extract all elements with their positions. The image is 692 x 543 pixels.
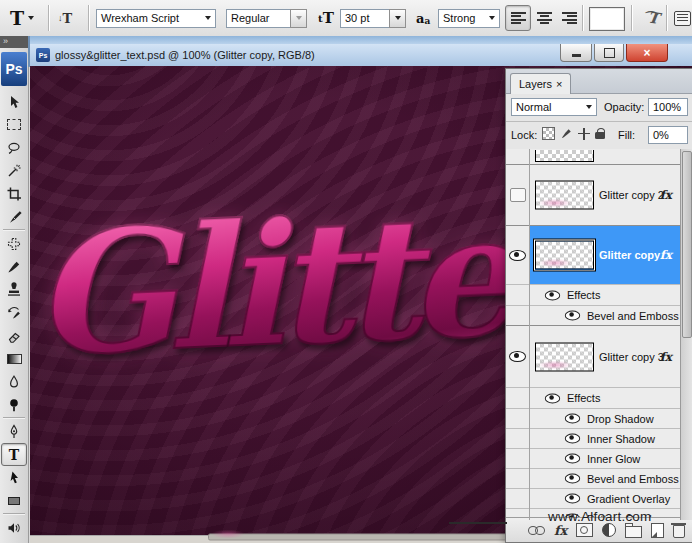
delete-layer-icon[interactable] bbox=[673, 525, 685, 538]
scrollbar-thumb[interactable] bbox=[682, 151, 692, 338]
effects-header-row[interactable]: Effects bbox=[506, 387, 692, 408]
lock-paint-icon[interactable] bbox=[560, 127, 573, 140]
new-group-icon[interactable] bbox=[625, 526, 642, 538]
chevron-down-icon[interactable] bbox=[586, 105, 592, 109]
layers-tab[interactable]: Layers × bbox=[510, 73, 571, 94]
lock-all-icon[interactable] bbox=[595, 128, 606, 140]
effect-row-bevel-emboss[interactable]: Bevel and Emboss bbox=[506, 305, 692, 325]
tool-preset-picker[interactable]: T bbox=[10, 0, 34, 36]
eye-icon[interactable] bbox=[545, 290, 560, 300]
opacity-label: Opacity: bbox=[604, 101, 644, 113]
brush-tool-button[interactable] bbox=[0, 255, 28, 278]
add-layer-style-icon[interactable]: fx bbox=[554, 523, 567, 538]
chevron-down-icon[interactable] bbox=[489, 16, 495, 20]
slice-tool-button[interactable] bbox=[0, 205, 28, 228]
eye-icon[interactable] bbox=[565, 474, 580, 484]
close-button[interactable]: × bbox=[626, 44, 668, 62]
history-brush-tool-button[interactable] bbox=[0, 301, 28, 324]
pen-tool-button[interactable] bbox=[0, 420, 28, 443]
layer-thumbnail[interactable] bbox=[535, 342, 594, 371]
layer-row-glitter-copy-3[interactable]: Glitter copy 3 fx ▲ bbox=[506, 325, 692, 387]
layer-name[interactable]: Glitter copy 3 bbox=[599, 351, 664, 363]
opacity-input[interactable]: 100% bbox=[648, 98, 688, 116]
eye-icon[interactable] bbox=[565, 311, 580, 321]
lasso-tool-button[interactable] bbox=[0, 136, 28, 159]
type-tool-icon: T bbox=[10, 7, 24, 29]
effects-header-row[interactable]: Effects bbox=[506, 284, 692, 305]
eye-icon[interactable] bbox=[545, 393, 560, 403]
layer-thumbnail[interactable] bbox=[535, 241, 594, 270]
warp-text-button[interactable]: ⌒T bbox=[641, 0, 659, 36]
toggle-palettes-button[interactable] bbox=[674, 0, 691, 36]
audio-annotation-tool-button[interactable] bbox=[0, 516, 28, 539]
font-size-dropdown-button[interactable] bbox=[389, 9, 406, 28]
layer-name[interactable]: Glitter copy bbox=[599, 249, 660, 261]
chevron-down-icon[interactable] bbox=[205, 16, 211, 20]
new-layer-icon[interactable] bbox=[651, 523, 664, 538]
font-style-dropdown-button[interactable] bbox=[290, 9, 307, 28]
dodge-tool-button[interactable] bbox=[0, 393, 28, 416]
eye-icon[interactable] bbox=[565, 434, 580, 444]
tab-close-icon[interactable]: × bbox=[556, 78, 562, 90]
eraser-tool-button[interactable] bbox=[0, 324, 28, 347]
chevron-down-icon bbox=[28, 16, 34, 20]
minimize-button[interactable] bbox=[560, 44, 592, 62]
effect-row-gradient-overlay[interactable]: Gradient Overlay bbox=[506, 488, 692, 508]
layer-name[interactable]: Glitter copy 2 bbox=[599, 189, 664, 201]
fx-badge-icon[interactable]: fx bbox=[660, 248, 672, 262]
align-left-button[interactable] bbox=[505, 5, 531, 31]
lock-position-icon[interactable] bbox=[578, 128, 590, 140]
font-family-select[interactable]: Wrexham Script bbox=[96, 9, 216, 28]
type-tool-button[interactable]: T bbox=[1, 443, 27, 466]
maximize-button[interactable] bbox=[594, 44, 624, 62]
crop-tool-button[interactable] bbox=[0, 182, 28, 205]
rectangular-marquee-tool-button[interactable] bbox=[0, 113, 28, 136]
document-title-bar[interactable]: Ps glossy&glitter_text.psd @ 100% (Glitt… bbox=[28, 44, 692, 67]
font-style-select[interactable]: Regular bbox=[226, 9, 290, 28]
fx-badge-icon[interactable]: fx bbox=[660, 188, 672, 202]
opacity-value: 100% bbox=[653, 101, 681, 113]
add-layer-mask-icon[interactable] bbox=[576, 523, 593, 537]
gradient-tool-button[interactable] bbox=[0, 347, 28, 370]
eyedropper-tool-button[interactable] bbox=[0, 539, 28, 543]
effect-row-bevel-emboss-2[interactable]: Bevel and Emboss bbox=[506, 468, 692, 488]
rectangle-shape-tool-button[interactable] bbox=[0, 489, 28, 512]
blur-tool-button[interactable] bbox=[0, 370, 28, 393]
visibility-toggle[interactable] bbox=[506, 326, 529, 387]
fx-badge-icon[interactable]: fx bbox=[660, 350, 672, 364]
path-selection-tool-button[interactable] bbox=[0, 466, 28, 489]
palettes-icon bbox=[674, 11, 691, 26]
eraser-tool-icon bbox=[6, 328, 22, 344]
anti-alias-select[interactable]: Strong bbox=[438, 9, 500, 28]
layer-thumbnail[interactable] bbox=[535, 181, 594, 210]
eye-icon[interactable] bbox=[565, 494, 580, 504]
link-layers-icon[interactable] bbox=[528, 526, 545, 535]
clone-stamp-tool-button[interactable] bbox=[0, 278, 28, 301]
eye-icon[interactable] bbox=[565, 454, 580, 464]
font-size-input[interactable]: 30 pt bbox=[340, 9, 389, 28]
text-color-swatch[interactable] bbox=[589, 7, 625, 31]
layer-row-glitter-copy[interactable]: Glitter copy fx ▲ bbox=[506, 225, 692, 284]
adjustment-layer-icon[interactable] bbox=[602, 523, 616, 537]
fill-input[interactable]: 0% bbox=[648, 126, 688, 144]
visibility-toggle[interactable] bbox=[506, 226, 529, 284]
align-right-button[interactable] bbox=[557, 6, 581, 30]
blend-mode-value: Normal bbox=[516, 101, 586, 113]
eye-icon[interactable] bbox=[565, 414, 580, 424]
lock-transparency-icon[interactable] bbox=[542, 127, 555, 140]
align-center-button[interactable] bbox=[532, 6, 556, 30]
effect-row-drop-shadow[interactable]: Drop Shadow bbox=[506, 408, 692, 428]
layers-scrollbar[interactable] bbox=[680, 149, 692, 520]
effect-row-inner-shadow[interactable]: Inner Shadow bbox=[506, 428, 692, 448]
spot-healing-brush-tool-button[interactable] bbox=[0, 232, 28, 255]
scrollbar-thumb[interactable] bbox=[208, 534, 540, 541]
partial-layer-row[interactable] bbox=[506, 149, 692, 165]
effect-row-inner-glow[interactable]: Inner Glow bbox=[506, 448, 692, 468]
toolbox-collapse-button[interactable]: » bbox=[0, 36, 28, 48]
magic-wand-tool-button[interactable] bbox=[0, 159, 28, 182]
blend-mode-select[interactable]: Normal bbox=[511, 98, 597, 116]
visibility-toggle[interactable] bbox=[506, 165, 529, 225]
text-orientation-button[interactable]: ↓ T bbox=[58, 0, 72, 36]
layer-row-glitter-copy-2[interactable]: Glitter copy 2 fx ▼ bbox=[506, 165, 692, 225]
move-tool-button[interactable] bbox=[0, 90, 28, 113]
